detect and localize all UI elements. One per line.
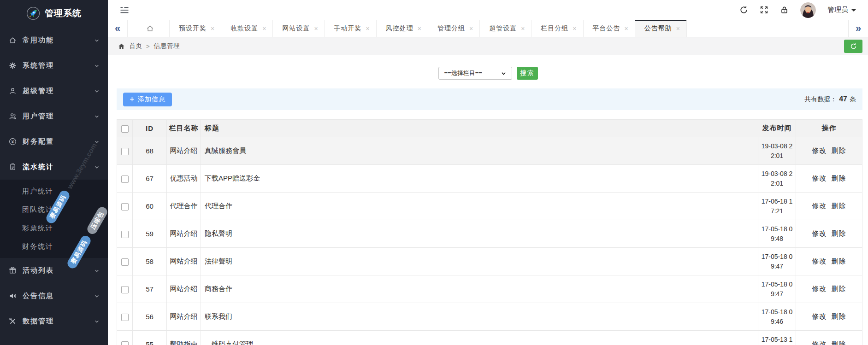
tab-home[interactable] (127, 20, 170, 37)
edit-link[interactable]: 修改 (812, 312, 827, 320)
app-logo: 管理系统 (0, 0, 108, 26)
select-all-checkbox[interactable] (121, 125, 129, 133)
yen-icon: ¥ (9, 138, 17, 146)
sidebar-menu: 常用功能系统管理超级管理用户管理¥财务配置流水统计用户统计团队统计彩票统计财务统… (0, 28, 108, 334)
cell-publish-time: 17-05-13 10:05 (758, 331, 796, 345)
add-info-button[interactable]: 添加信息 (123, 93, 172, 106)
row-checkbox[interactable] (121, 148, 129, 155)
breadcrumb-bar: 首页 > 信息管理 (108, 37, 868, 55)
breadcrumb-home[interactable]: 首页 (129, 42, 142, 50)
tab-9[interactable]: 公告帮助× (635, 20, 687, 37)
avatar[interactable] (800, 2, 816, 18)
row-checkbox[interactable] (121, 231, 129, 238)
row-checkbox[interactable] (121, 203, 129, 211)
tab-close-icon[interactable]: × (366, 25, 370, 32)
tab-close-icon[interactable]: × (418, 25, 421, 32)
row-checkbox[interactable] (121, 175, 129, 183)
refresh-page-button[interactable] (844, 40, 862, 53)
sidebar-item-data-management[interactable]: 数据管理 (0, 309, 108, 334)
row-checkbox[interactable] (121, 286, 129, 293)
edit-link[interactable]: 修改 (812, 146, 827, 154)
speaker-icon (9, 292, 17, 300)
record-count: 共有数据： 47 条 (804, 95, 856, 104)
table-body: 68网站介绍真誠服務會員19-03-08 22:01修改删除67优惠活动下载AP… (117, 137, 862, 345)
tab-close-icon[interactable]: × (262, 25, 266, 32)
delete-link[interactable]: 删除 (832, 202, 846, 210)
tab-bar: « 预设开奖×收款设置×网站设置×手动开奖×风控处理×管理分组×超管设置×栏目分… (108, 20, 868, 37)
table-row: 68网站介绍真誠服務會員19-03-08 22:01修改删除 (117, 137, 862, 165)
delete-link[interactable]: 删除 (832, 229, 846, 237)
row-checkbox[interactable] (121, 258, 129, 266)
delete-link[interactable]: 删除 (832, 174, 846, 182)
refresh-icon[interactable] (739, 6, 748, 14)
table-toolbar: 添加信息 共有数据： 47 条 (117, 88, 862, 110)
tab-1[interactable]: 收款设置× (221, 20, 273, 37)
tab-label: 网站设置 (282, 24, 310, 33)
row-checkbox[interactable] (121, 314, 129, 321)
table-row: 58网站介绍法律聲明17-05-18 09:47修改删除 (117, 248, 862, 275)
edit-link[interactable]: 修改 (812, 285, 827, 292)
tab-8[interactable]: 平台公告× (584, 20, 635, 37)
tab-close-icon[interactable]: × (314, 25, 318, 32)
tab-close-icon[interactable]: × (211, 25, 214, 32)
tab-7[interactable]: 栏目分组× (531, 20, 583, 37)
tab-label: 平台公告 (593, 24, 620, 33)
tab-0[interactable]: 预设开奖× (170, 20, 221, 37)
delete-link[interactable]: 删除 (832, 340, 846, 345)
fullscreen-icon[interactable] (760, 6, 768, 14)
sidebar-subitem-user-stats[interactable]: 用户统计 (0, 182, 108, 200)
tab-5[interactable]: 管理分组× (428, 20, 480, 37)
cell-id: 57 (133, 275, 167, 303)
edit-link[interactable]: 修改 (812, 202, 827, 210)
tab-close-icon[interactable]: × (625, 25, 628, 32)
table-row: 59网站介绍隐私聲明17-05-18 09:48修改删除 (117, 220, 862, 248)
tab-4[interactable]: 风控处理× (377, 20, 428, 37)
delete-link[interactable]: 删除 (832, 285, 846, 292)
tab-6[interactable]: 超管设置× (480, 20, 531, 37)
lock-icon[interactable] (780, 6, 789, 14)
cell-id: 58 (133, 248, 167, 275)
tab-2[interactable]: 网站设置× (273, 20, 325, 37)
sidebar-subitem-finance-stats[interactable]: 财务统计 (0, 237, 108, 256)
edit-link[interactable]: 修改 (812, 257, 827, 265)
sidebar-item-label: 数据管理 (23, 317, 94, 326)
user-menu[interactable]: 管理员 (827, 6, 856, 14)
sidebar-item-super-management[interactable]: 超级管理 (0, 78, 108, 104)
breadcrumb-separator: > (146, 43, 150, 50)
sidebar-item-finance-config[interactable]: ¥财务配置 (0, 129, 108, 154)
cell-publish-time: 17-05-18 09:48 (758, 220, 796, 248)
tab-close-icon[interactable]: × (521, 25, 525, 32)
tabs-scroll-left-icon[interactable]: « (108, 20, 127, 37)
delete-link[interactable]: 删除 (832, 146, 846, 154)
tab-close-icon[interactable]: × (573, 25, 576, 32)
edit-link[interactable]: 修改 (812, 174, 827, 182)
sidebar-item-announcement-info[interactable]: 公告信息 (0, 283, 108, 309)
sidebar-item-label: 用户管理 (23, 112, 94, 121)
sidebar-item-flow-statistics[interactable]: 流水统计 (0, 154, 108, 180)
tab-close-icon[interactable]: × (469, 25, 473, 32)
sidebar-item-common-functions[interactable]: 常用功能 (0, 28, 108, 53)
cell-actions: 修改删除 (796, 275, 862, 303)
edit-link[interactable]: 修改 (812, 229, 827, 237)
cell-actions: 修改删除 (796, 220, 862, 248)
sidebar-toggle-icon[interactable] (120, 6, 129, 14)
tab-3[interactable]: 手动开奖× (325, 20, 377, 37)
sidebar-item-system-management[interactable]: 系统管理 (0, 53, 108, 78)
sidebar-subitem-lottery-stats[interactable]: 彩票统计 (0, 219, 108, 237)
search-button[interactable]: 搜索 (517, 67, 538, 80)
col-actions: 操作 (796, 120, 862, 137)
category-select[interactable]: ==选择栏目== (438, 67, 512, 80)
cell-publish-time: 19-03-08 22:01 (758, 165, 796, 193)
edit-link[interactable]: 修改 (812, 340, 827, 345)
sidebar-subitem-team-stats[interactable]: 团队统计 (0, 200, 108, 219)
sidebar-item-user-management[interactable]: 用户管理 (0, 104, 108, 129)
tabs-scroll-right-icon[interactable]: » (848, 20, 868, 37)
users-icon (9, 112, 17, 120)
delete-link[interactable]: 删除 (832, 257, 846, 265)
chevron-down-icon (94, 164, 100, 170)
tab-close-icon[interactable]: × (676, 25, 680, 32)
table-row: 55帮助指南二维码支付管理17-05-13 10:05修改删除 (117, 331, 862, 345)
sidebar-item-activity-list[interactable]: 活动列表 (0, 258, 108, 283)
delete-link[interactable]: 删除 (832, 312, 846, 320)
row-checkbox[interactable] (121, 341, 129, 345)
